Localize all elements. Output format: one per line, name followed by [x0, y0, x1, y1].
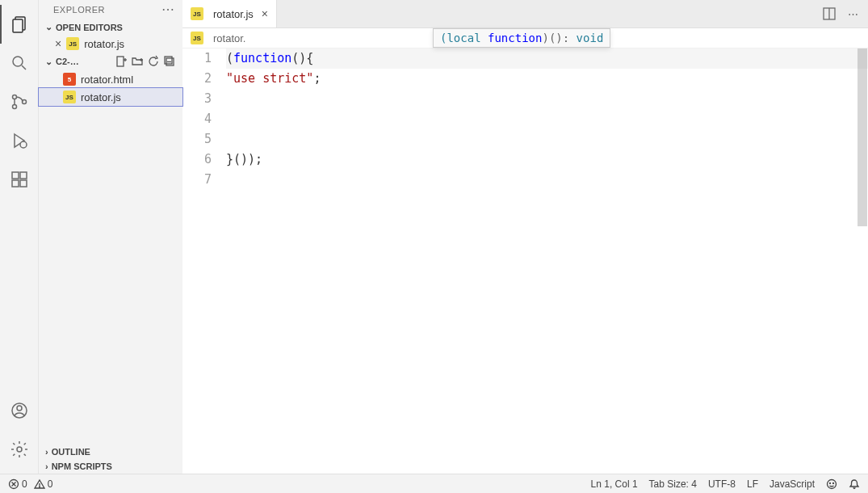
new-folder-icon[interactable] — [131, 55, 144, 68]
collapse-all-icon[interactable] — [163, 55, 176, 68]
svg-rect-1 — [13, 19, 23, 32]
close-icon[interactable]: × — [55, 37, 61, 50]
tab-label: rotator.js — [213, 8, 254, 20]
code-token: }()); — [226, 152, 262, 166]
status-lncol[interactable]: Ln 1, Col 1 — [591, 478, 638, 490]
tooltip-function: function — [488, 32, 542, 44]
svg-point-34 — [833, 482, 834, 483]
tab-bar: JS rotator.js × ⋯ — [182, 0, 868, 28]
svg-point-5 — [12, 105, 16, 109]
code-line[interactable]: }()); — [226, 150, 868, 170]
explorer-icon[interactable] — [0, 5, 39, 44]
activity-bottom — [0, 391, 39, 469]
status-language[interactable]: JavaScript — [769, 478, 815, 490]
js-file-icon: JS — [66, 37, 79, 50]
code-token: ; — [313, 71, 321, 86]
refresh-icon[interactable] — [147, 55, 160, 68]
folder-section[interactable]: ⌄ C2-… — [39, 53, 182, 70]
settings-gear-icon[interactable] — [0, 430, 39, 469]
svg-point-15 — [17, 447, 22, 452]
code-token: ( — [226, 51, 233, 65]
source-control-icon[interactable] — [0, 82, 39, 121]
status-warnings[interactable]: 0 — [34, 478, 53, 490]
js-file-icon: JS — [191, 7, 203, 20]
svg-rect-9 — [12, 172, 19, 179]
svg-point-14 — [17, 406, 22, 411]
line-gutter: 1234567 — [182, 48, 226, 474]
line-number: 7 — [182, 170, 212, 190]
open-editors-label: OPEN EDITORS — [56, 23, 123, 32]
bell-icon[interactable] — [849, 478, 860, 490]
main-area: EXPLORER ⋯ ⌄ OPEN EDITORS × JS rotator.j… — [0, 0, 868, 474]
open-editor-item[interactable]: × JS rotator.js — [39, 35, 182, 53]
breadcrumb[interactable]: JS rotator. (local function)(): void — [182, 28, 868, 48]
svg-rect-11 — [12, 180, 19, 187]
open-editor-filename: rotator.js — [84, 38, 124, 50]
tree-item-js[interactable]: JS rotator.js — [39, 88, 182, 106]
tab-bar-actions: ⋯ — [819, 0, 868, 27]
scrollbar-thumb[interactable] — [858, 48, 867, 226]
line-number: 5 — [182, 129, 212, 150]
feedback-icon[interactable] — [826, 478, 837, 490]
breadcrumb-file: rotator. — [213, 32, 245, 44]
npm-scripts-label: NPM SCRIPTS — [52, 461, 112, 471]
split-editor-icon[interactable] — [819, 3, 840, 24]
accounts-icon[interactable] — [0, 391, 39, 430]
sidebar-more-icon[interactable]: ⋯ — [161, 6, 175, 14]
status-errors[interactable]: 0 — [8, 478, 27, 490]
tree-item-html[interactable]: 5 rotator.html — [39, 70, 182, 88]
code-line[interactable]: (function(){ — [226, 48, 868, 69]
open-editors-section[interactable]: ⌄ OPEN EDITORS — [39, 19, 182, 35]
tooltip-after: )(): — [542, 32, 576, 44]
errors-count: 0 — [22, 478, 27, 490]
code-lines[interactable]: (function(){ "use strict";}()); — [226, 48, 868, 474]
sidebar-bottom: › OUTLINE › NPM SCRIPTS — [39, 445, 182, 474]
status-right: Ln 1, Col 1 Tab Size: 4 UTF-8 LF JavaScr… — [591, 478, 860, 490]
line-number: 2 — [182, 69, 212, 89]
status-encoding[interactable]: UTF-8 — [708, 478, 736, 490]
search-icon[interactable] — [0, 44, 39, 82]
chevron-right-icon: › — [45, 461, 48, 471]
status-eol[interactable]: LF — [747, 478, 758, 490]
html-file-icon: 5 — [63, 73, 76, 86]
folder-label: C2-… — [56, 57, 79, 66]
svg-line-3 — [22, 65, 26, 70]
tooltip-local: (local — [440, 32, 488, 44]
svg-rect-16 — [117, 57, 124, 66]
sidebar: EXPLORER ⋯ ⌄ OPEN EDITORS × JS rotator.j… — [39, 0, 182, 474]
status-bar: 0 0 Ln 1, Col 1 Tab Size: 4 UTF-8 LF Jav… — [0, 474, 868, 493]
scrollbar-v[interactable] — [857, 48, 868, 474]
line-number: 3 — [182, 89, 212, 109]
code-line[interactable] — [226, 89, 868, 109]
code-area[interactable]: 1234567 (function(){ "use strict";}()); — [182, 48, 868, 474]
outline-section[interactable]: › OUTLINE — [39, 445, 182, 459]
code-token: function — [233, 51, 291, 65]
new-file-icon[interactable] — [115, 55, 128, 68]
code-line[interactable] — [226, 170, 868, 190]
js-file-icon: JS — [191, 32, 203, 44]
status-tabsize[interactable]: Tab Size: 4 — [649, 478, 697, 490]
chevron-down-icon: ⌄ — [45, 22, 52, 32]
tab-rotator-js[interactable]: JS rotator.js × — [182, 0, 277, 27]
svg-point-32 — [828, 479, 837, 488]
code-token: "use strict" — [226, 71, 313, 86]
close-icon[interactable]: × — [262, 7, 268, 20]
line-number: 4 — [182, 109, 212, 129]
code-line[interactable]: "use strict"; — [226, 69, 868, 89]
extensions-icon[interactable] — [0, 160, 39, 199]
run-debug-icon[interactable] — [0, 121, 39, 160]
code-line[interactable] — [226, 129, 868, 150]
js-file-icon: JS — [63, 91, 76, 103]
activity-bar — [0, 0, 39, 474]
tree-filename: rotator.html — [81, 74, 133, 86]
svg-rect-12 — [20, 180, 27, 187]
sidebar-header: EXPLORER ⋯ — [39, 0, 182, 19]
more-actions-icon[interactable]: ⋯ — [845, 5, 862, 23]
chevron-down-icon: ⌄ — [45, 57, 52, 67]
outline-label: OUTLINE — [52, 447, 90, 457]
status-left: 0 0 — [8, 478, 52, 490]
code-line[interactable] — [226, 109, 868, 129]
tooltip-void: void — [577, 32, 604, 44]
npm-scripts-section[interactable]: › NPM SCRIPTS — [39, 459, 182, 474]
svg-point-2 — [13, 57, 23, 66]
